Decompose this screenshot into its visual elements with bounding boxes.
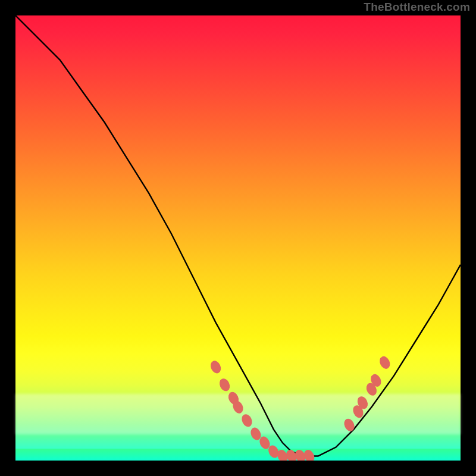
chart-svg [15, 15, 461, 461]
curve-marker [218, 377, 232, 393]
curve-markers [209, 355, 392, 461]
chart-plot-area [15, 15, 461, 461]
curve-marker [378, 355, 392, 371]
bottleneck-curve [15, 15, 461, 456]
watermark-text: TheBottleneck.com [364, 1, 470, 14]
curve-marker [240, 412, 254, 428]
curve-marker [342, 417, 356, 433]
curve-marker [209, 359, 223, 375]
